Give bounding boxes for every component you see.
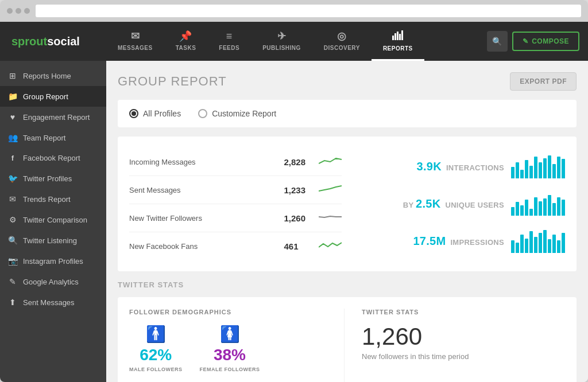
sidebar-item-reports-home[interactable]: ⊞ Reports Home [0, 65, 106, 86]
bottom-card: FOLLOWER DEMOGRAPHICS 🚹 62% MALE FOLLOWE… [118, 297, 577, 382]
nav-messages[interactable]: ✉ MESSAGES [106, 22, 164, 61]
radio-circle-all [129, 109, 138, 118]
nav-discovery-label: DISCOVERY [324, 45, 360, 51]
trend-icon-facebook [319, 239, 342, 253]
radio-customize-report[interactable]: Customize Report [198, 109, 276, 118]
sidebar-item-group-report-label: Group Report [23, 92, 68, 101]
male-icon: 🚹 [146, 325, 166, 344]
bar [552, 203, 556, 216]
browser-dot-red [7, 8, 13, 14]
sidebar-item-trends-report[interactable]: ✉ Trends Report [0, 189, 106, 209]
sidebar-item-engagement-report[interactable]: ♥ Engagement Report [0, 107, 106, 127]
bar [511, 207, 514, 216]
bar [539, 162, 542, 178]
browser-dots [7, 8, 30, 14]
nav-tasks-label: TASKS [176, 45, 196, 51]
bar [557, 240, 560, 253]
metric-value-interactions: 3.9K [417, 160, 442, 173]
discovery-icon: ◎ [337, 30, 347, 42]
nav-feeds[interactable]: ≡ FEEDS [207, 22, 251, 61]
sidebar-item-trends-label: Trends Report [23, 195, 71, 204]
logo-area: sproutsocial [0, 22, 106, 61]
browser-dot-yellow [16, 8, 21, 14]
sidebar-item-twitter-profiles[interactable]: 🐦 Twitter Profiles [0, 168, 106, 189]
metric-by: BY [403, 201, 416, 209]
sidebar-item-twitter-comparison-label: Twitter Comparison [23, 216, 87, 224]
sidebar-item-team-label: Team Report [23, 134, 65, 142]
nav-messages-label: MESSAGES [118, 45, 153, 51]
radio-section: All Profiles Customize Report [118, 100, 577, 127]
sidebar-item-twitter-comparison[interactable]: ⚙ Twitter Comparison [0, 209, 106, 230]
bar [562, 233, 565, 253]
bar [525, 239, 528, 253]
bar [525, 160, 528, 178]
browser-url-bar[interactable] [36, 5, 581, 17]
bar [534, 157, 537, 178]
sidebar-item-google-analytics-label: Google Analytics [23, 278, 79, 286]
bar [511, 167, 514, 178]
nav-reports-label: REPORTS [383, 45, 413, 52]
nav-reports[interactable]: REPORTS [372, 22, 424, 61]
app-container: sproutsocial ✉ MESSAGES 📌 TASKS ≡ FEEDS … [0, 22, 588, 382]
demographics-section: FOLLOWER DEMOGRAPHICS 🚹 62% MALE FOLLOWE… [129, 309, 345, 382]
radio-all-profiles[interactable]: All Profiles [129, 109, 181, 118]
sidebar-item-group-report[interactable]: 📁 Group Report [0, 86, 106, 107]
bar [557, 197, 560, 216]
sent-messages-icon: ⬆ [8, 298, 17, 307]
bar [529, 209, 533, 216]
bar [511, 240, 514, 253]
sidebar-item-twitter-listening[interactable]: 🔍 Twitter Listening [0, 230, 106, 251]
svg-rect-4 [401, 30, 403, 40]
trend-icon-sent [319, 183, 342, 197]
stat-value-sent: 1,233 [284, 185, 313, 195]
reports-icon [392, 30, 404, 43]
bar [543, 230, 547, 253]
messages-icon: ✉ [131, 30, 140, 42]
nav-tasks[interactable]: 📌 TASKS [164, 22, 208, 61]
gender-row: 🚹 62% MALE FOLLOWERS 🚺 38% FEMALE FOLLOW… [129, 325, 332, 372]
twitter-follower-count: 1,260 [362, 325, 565, 349]
nav-publishing-label: PUBLISHING [262, 45, 301, 51]
stat-value-facebook-fans: 461 [284, 241, 313, 251]
export-pdf-button[interactable]: EXPORT PDF [510, 72, 577, 91]
bar [552, 164, 556, 178]
browser-dot-green [24, 8, 30, 14]
bar [525, 200, 528, 216]
nav-discovery[interactable]: ◎ DISCOVERY [312, 22, 372, 61]
bar-chart-unique-users [511, 193, 565, 216]
svg-rect-0 [392, 36, 394, 40]
bar [548, 195, 551, 216]
metric-label-impressions: 17.5M IMPRESSIONS [353, 235, 505, 248]
sidebar-item-facebook-report[interactable]: f Facebook Report [0, 148, 106, 168]
twitter-comparison-icon: ⚙ [8, 215, 17, 224]
search-button[interactable]: 🔍 [487, 31, 508, 52]
bar [516, 202, 519, 216]
bar [562, 159, 565, 178]
radio-all-profiles-label: All Profiles [143, 109, 181, 118]
sidebar-item-facebook-label: Facebook Report [23, 154, 80, 162]
bar [520, 205, 524, 216]
bar [543, 198, 547, 216]
twitter-icon: 🐦 [8, 174, 17, 183]
sidebar-item-sent-messages-label: Sent Messages [23, 298, 75, 307]
bar [534, 197, 537, 216]
tasks-icon: 📌 [179, 30, 192, 42]
facebook-icon: f [8, 154, 17, 162]
page-title: GROUP REPORT [118, 74, 227, 89]
metric-value-unique-users: 2.5K [416, 197, 440, 210]
sidebar-item-sent-messages[interactable]: ⬆ Sent Messages [0, 292, 106, 313]
female-percentage: 38% [214, 346, 246, 364]
compose-button[interactable]: ✎ COMPOSE [512, 32, 579, 51]
stat-label-sent: Sent Messages [129, 186, 278, 194]
sidebar-item-google-analytics[interactable]: ✎ Google Analytics [0, 271, 106, 292]
team-icon: 👥 [8, 133, 17, 142]
logo: sproutsocial [11, 35, 80, 48]
radio-circle-customize [198, 109, 207, 118]
gender-male: 🚹 62% MALE FOLLOWERS [129, 325, 183, 372]
trend-icon-twitter [319, 211, 342, 225]
sidebar-item-team-report[interactable]: 👥 Team Report [0, 127, 106, 148]
nav-publishing[interactable]: ✈ PUBLISHING [251, 22, 312, 61]
bar [520, 235, 524, 253]
bar-chart-interactions [511, 155, 565, 178]
sidebar-item-instagram-profiles[interactable]: 📷 Instagram Profiles [0, 251, 106, 271]
